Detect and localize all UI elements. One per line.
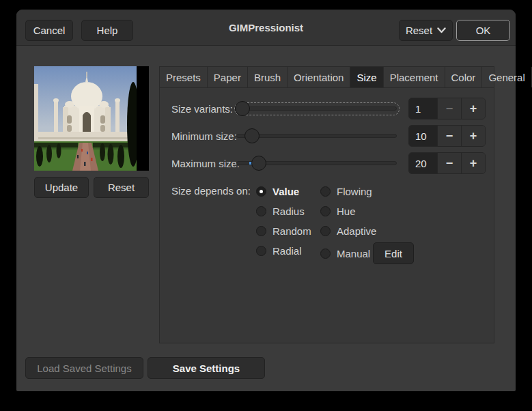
tab-general[interactable]: General xyxy=(482,67,531,87)
load-saved-settings-button[interactable]: Load Saved Settings xyxy=(25,357,143,379)
maximum-size-value[interactable]: 20 xyxy=(409,153,437,173)
tab-bar: Presets Paper Brush Orientation Size Pla… xyxy=(160,67,494,88)
minimum-size-value[interactable]: 10 xyxy=(409,126,437,146)
radio-manual[interactable]: Manual xyxy=(320,246,370,260)
radio-icon xyxy=(320,226,331,236)
preview-reset-button[interactable]: Reset xyxy=(94,177,149,198)
reset-dropdown-button[interactable]: Reset xyxy=(399,20,453,41)
preview-image xyxy=(34,66,149,171)
maximum-size-spinbox: 20 − + xyxy=(408,152,486,174)
tab-paper[interactable]: Paper xyxy=(208,67,248,87)
cancel-button[interactable]: Cancel xyxy=(25,20,73,41)
tab-size[interactable]: Size xyxy=(350,67,383,87)
taj-mahal-photo xyxy=(34,66,137,171)
header-bar: GIMPressionist Cancel Help Reset OK xyxy=(16,10,516,46)
tab-orientation[interactable]: Orientation xyxy=(288,67,350,87)
slider-track[interactable] xyxy=(236,107,397,111)
tab-brush[interactable]: Brush xyxy=(248,67,288,87)
radio-value[interactable]: Value xyxy=(256,184,299,198)
ok-button[interactable]: OK xyxy=(456,20,510,41)
minus-button[interactable]: − xyxy=(437,153,461,173)
tab-color[interactable]: Color xyxy=(445,67,483,87)
minimum-size-row: Minimum size: 10 − + xyxy=(171,125,486,147)
plus-button[interactable]: + xyxy=(461,126,485,146)
radio-hue[interactable]: Hue xyxy=(320,204,356,218)
help-button[interactable]: Help xyxy=(81,20,133,41)
maximum-size-label: Maximum size: xyxy=(171,158,240,169)
radio-icon xyxy=(320,186,331,197)
radio-icon xyxy=(256,226,266,236)
reset-dropdown-label: Reset xyxy=(406,25,432,36)
tab-presets[interactable]: Presets xyxy=(160,67,208,87)
plus-button[interactable]: + xyxy=(461,98,485,119)
slider-track[interactable] xyxy=(236,134,397,138)
save-settings-button[interactable]: Save Settings xyxy=(148,357,265,379)
size-depends-label: Size depends on: xyxy=(171,185,251,197)
size-variants-spinbox: 1 − + xyxy=(408,98,486,119)
maximum-size-slider[interactable] xyxy=(236,152,408,174)
minus-button[interactable]: − xyxy=(437,98,461,119)
minimum-size-spinbox: 10 − + xyxy=(408,125,486,147)
minimum-size-slider[interactable] xyxy=(236,125,408,147)
size-variants-label: Size variants: xyxy=(171,103,233,115)
size-variants-slider[interactable] xyxy=(236,98,408,119)
slider-thumb[interactable] xyxy=(235,101,250,116)
screen-background: GIMPressionist Cancel Help Reset OK xyxy=(0,0,532,411)
radio-icon xyxy=(256,246,266,256)
size-variants-value[interactable]: 1 xyxy=(409,98,437,119)
slider-thumb[interactable] xyxy=(244,128,260,143)
minus-button[interactable]: − xyxy=(437,126,461,146)
chevron-down-icon xyxy=(437,27,446,33)
radio-radial[interactable]: Radial xyxy=(256,244,302,257)
size-variants-row: Size variants: 1 − + xyxy=(171,98,486,119)
radio-icon xyxy=(320,249,331,259)
tab-placement[interactable]: Placement xyxy=(384,67,445,87)
radio-random[interactable]: Random xyxy=(256,224,311,238)
radio-adaptive[interactable]: Adaptive xyxy=(320,224,376,238)
radio-icon xyxy=(320,206,331,216)
radio-radius[interactable]: Radius xyxy=(256,204,305,218)
settings-notebook: Presets Paper Brush Orientation Size Pla… xyxy=(159,66,494,343)
radio-flowing[interactable]: Flowing xyxy=(320,184,372,198)
maximum-size-row: Maximum size: 20 − + xyxy=(171,152,486,174)
update-button[interactable]: Update xyxy=(34,177,89,198)
edit-button[interactable]: Edit xyxy=(373,242,414,264)
radio-icon xyxy=(256,206,266,216)
minimum-size-label: Minimum size: xyxy=(171,130,237,142)
plus-button[interactable]: + xyxy=(461,153,485,173)
radio-selected-icon xyxy=(256,186,266,197)
gimpressionist-dialog: GIMPressionist Cancel Help Reset OK xyxy=(16,10,516,391)
slider-thumb[interactable] xyxy=(251,156,266,171)
